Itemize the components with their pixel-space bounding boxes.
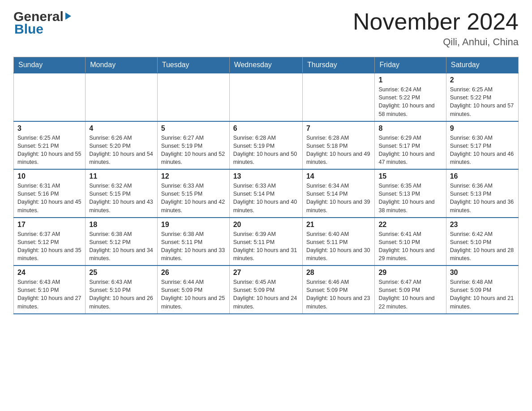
day-number: 16 <box>450 172 515 180</box>
calendar-cell: 19Sunrise: 6:38 AMSunset: 5:11 PMDayligh… <box>157 218 229 266</box>
calendar-cell: 2Sunrise: 6:25 AMSunset: 5:22 PMDaylight… <box>446 73 518 121</box>
day-info: Sunrise: 6:31 AMSunset: 5:16 PMDaylight:… <box>17 182 82 214</box>
calendar-cell: 21Sunrise: 6:40 AMSunset: 5:11 PMDayligh… <box>302 218 375 266</box>
calendar-week-row: 10Sunrise: 6:31 AMSunset: 5:16 PMDayligh… <box>14 169 519 218</box>
calendar-week-row: 24Sunrise: 6:43 AMSunset: 5:10 PMDayligh… <box>14 265 519 314</box>
day-info: Sunrise: 6:38 AMSunset: 5:12 PMDaylight:… <box>89 230 154 263</box>
calendar-cell: 15Sunrise: 6:35 AMSunset: 5:13 PMDayligh… <box>375 169 446 218</box>
title-area: November 2024 Qili, Anhui, China <box>353 9 519 48</box>
weekday-header-row: Sunday Monday Tuesday Wednesday Thursday… <box>14 57 519 73</box>
day-info: Sunrise: 6:36 AMSunset: 5:13 PMDaylight:… <box>450 182 515 214</box>
day-info: Sunrise: 6:40 AMSunset: 5:11 PMDaylight:… <box>306 230 371 263</box>
day-info: Sunrise: 6:45 AMSunset: 5:09 PMDaylight:… <box>233 278 299 311</box>
day-number: 26 <box>161 269 226 277</box>
day-info: Sunrise: 6:28 AMSunset: 5:19 PMDaylight:… <box>233 134 299 167</box>
calendar-table: Sunday Monday Tuesday Wednesday Thursday… <box>13 57 519 314</box>
day-info: Sunrise: 6:33 AMSunset: 5:15 PMDaylight:… <box>161 182 226 214</box>
day-number: 12 <box>161 172 226 180</box>
day-info: Sunrise: 6:39 AMSunset: 5:11 PMDaylight:… <box>233 230 299 263</box>
day-number: 25 <box>89 269 154 277</box>
day-number: 10 <box>17 172 82 180</box>
day-info: Sunrise: 6:37 AMSunset: 5:12 PMDaylight:… <box>17 230 82 263</box>
day-info: Sunrise: 6:25 AMSunset: 5:22 PMDaylight:… <box>450 86 515 118</box>
calendar-cell: 12Sunrise: 6:33 AMSunset: 5:15 PMDayligh… <box>157 169 229 218</box>
calendar-cell: 13Sunrise: 6:33 AMSunset: 5:14 PMDayligh… <box>229 169 302 218</box>
day-info: Sunrise: 6:44 AMSunset: 5:09 PMDaylight:… <box>161 278 226 311</box>
day-number: 13 <box>233 172 299 180</box>
calendar-cell: 6Sunrise: 6:28 AMSunset: 5:19 PMDaylight… <box>229 121 302 170</box>
logo-triangle-icon <box>65 13 71 20</box>
page-header: General Blue November 2024 Qili, Anhui, … <box>13 9 519 48</box>
day-number: 30 <box>450 269 515 277</box>
day-number: 15 <box>378 172 442 180</box>
calendar-cell: 30Sunrise: 6:48 AMSunset: 5:09 PMDayligh… <box>446 265 518 314</box>
calendar-cell: 23Sunrise: 6:42 AMSunset: 5:10 PMDayligh… <box>446 218 518 266</box>
calendar-cell: 16Sunrise: 6:36 AMSunset: 5:13 PMDayligh… <box>446 169 518 218</box>
day-number: 5 <box>161 124 226 133</box>
header-friday: Friday <box>375 57 446 73</box>
calendar-week-row: 1Sunrise: 6:24 AMSunset: 5:22 PMDaylight… <box>14 73 519 121</box>
day-info: Sunrise: 6:46 AMSunset: 5:09 PMDaylight:… <box>306 278 371 311</box>
day-info: Sunrise: 6:27 AMSunset: 5:19 PMDaylight:… <box>161 134 226 167</box>
logo-blue-text: Blue <box>14 21 43 37</box>
day-number: 24 <box>17 269 82 277</box>
calendar-cell: 5Sunrise: 6:27 AMSunset: 5:19 PMDaylight… <box>157 121 229 170</box>
day-number: 11 <box>89 172 154 180</box>
calendar-cell: 7Sunrise: 6:28 AMSunset: 5:18 PMDaylight… <box>302 121 375 170</box>
day-info: Sunrise: 6:24 AMSunset: 5:22 PMDaylight:… <box>378 86 442 118</box>
day-number: 21 <box>306 221 371 229</box>
day-number: 2 <box>450 76 515 84</box>
day-number: 9 <box>450 124 515 133</box>
calendar-cell: 29Sunrise: 6:47 AMSunset: 5:09 PMDayligh… <box>375 265 446 314</box>
day-number: 27 <box>233 269 299 277</box>
calendar-cell: 22Sunrise: 6:41 AMSunset: 5:10 PMDayligh… <box>375 218 446 266</box>
header-saturday: Saturday <box>446 57 518 73</box>
calendar-cell: 18Sunrise: 6:38 AMSunset: 5:12 PMDayligh… <box>86 218 158 266</box>
header-monday: Monday <box>86 57 158 73</box>
day-number: 4 <box>89 124 154 133</box>
calendar-cell <box>157 73 229 121</box>
calendar-cell: 27Sunrise: 6:45 AMSunset: 5:09 PMDayligh… <box>229 265 302 314</box>
day-number: 19 <box>161 221 226 229</box>
day-info: Sunrise: 6:42 AMSunset: 5:10 PMDaylight:… <box>450 230 515 263</box>
calendar-cell: 26Sunrise: 6:44 AMSunset: 5:09 PMDayligh… <box>157 265 229 314</box>
day-info: Sunrise: 6:26 AMSunset: 5:20 PMDaylight:… <box>89 134 154 167</box>
day-number: 3 <box>17 124 82 133</box>
location-subtitle: Qili, Anhui, China <box>353 36 519 48</box>
calendar-cell: 1Sunrise: 6:24 AMSunset: 5:22 PMDaylight… <box>375 73 446 121</box>
calendar-cell: 11Sunrise: 6:32 AMSunset: 5:15 PMDayligh… <box>86 169 158 218</box>
day-info: Sunrise: 6:30 AMSunset: 5:17 PMDaylight:… <box>450 134 515 167</box>
calendar-cell: 9Sunrise: 6:30 AMSunset: 5:17 PMDaylight… <box>446 121 518 170</box>
calendar-cell <box>86 73 158 121</box>
day-number: 29 <box>378 269 442 277</box>
calendar-week-row: 17Sunrise: 6:37 AMSunset: 5:12 PMDayligh… <box>14 218 519 266</box>
calendar-cell: 20Sunrise: 6:39 AMSunset: 5:11 PMDayligh… <box>229 218 302 266</box>
header-thursday: Thursday <box>302 57 375 73</box>
day-number: 23 <box>450 221 515 229</box>
calendar-cell: 10Sunrise: 6:31 AMSunset: 5:16 PMDayligh… <box>14 169 86 218</box>
day-info: Sunrise: 6:43 AMSunset: 5:10 PMDaylight:… <box>17 278 82 311</box>
day-number: 20 <box>233 221 299 229</box>
logo: General Blue <box>13 9 71 37</box>
day-info: Sunrise: 6:33 AMSunset: 5:14 PMDaylight:… <box>233 182 299 214</box>
day-info: Sunrise: 6:28 AMSunset: 5:18 PMDaylight:… <box>306 134 371 167</box>
calendar-cell <box>302 73 375 121</box>
calendar-cell: 8Sunrise: 6:29 AMSunset: 5:17 PMDaylight… <box>375 121 446 170</box>
day-info: Sunrise: 6:35 AMSunset: 5:13 PMDaylight:… <box>378 182 442 214</box>
calendar-cell: 17Sunrise: 6:37 AMSunset: 5:12 PMDayligh… <box>14 218 86 266</box>
day-number: 7 <box>306 124 371 133</box>
header-sunday: Sunday <box>14 57 86 73</box>
day-info: Sunrise: 6:34 AMSunset: 5:14 PMDaylight:… <box>306 182 371 214</box>
day-number: 1 <box>378 76 442 84</box>
day-info: Sunrise: 6:48 AMSunset: 5:09 PMDaylight:… <box>450 278 515 311</box>
day-number: 8 <box>378 124 442 133</box>
day-info: Sunrise: 6:47 AMSunset: 5:09 PMDaylight:… <box>378 278 442 311</box>
day-info: Sunrise: 6:43 AMSunset: 5:10 PMDaylight:… <box>89 278 154 311</box>
day-number: 6 <box>233 124 299 133</box>
day-number: 22 <box>378 221 442 229</box>
day-info: Sunrise: 6:29 AMSunset: 5:17 PMDaylight:… <box>378 134 442 167</box>
calendar-cell: 24Sunrise: 6:43 AMSunset: 5:10 PMDayligh… <box>14 265 86 314</box>
day-number: 17 <box>17 221 82 229</box>
calendar-week-row: 3Sunrise: 6:25 AMSunset: 5:21 PMDaylight… <box>14 121 519 170</box>
day-number: 28 <box>306 269 371 277</box>
